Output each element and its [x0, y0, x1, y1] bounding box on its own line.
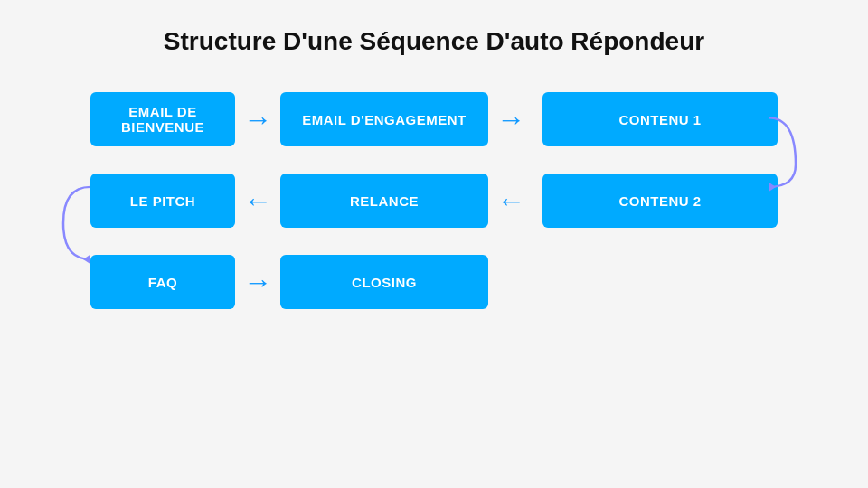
email-engagement-box: EMAIL D'ENGAGEMENT [280, 92, 488, 146]
row-3: FAQ CLOSING [90, 255, 823, 309]
arrow-2 [488, 105, 533, 134]
arrow-1 [235, 105, 280, 134]
row-2: LE PITCH RELANCE CONTENU 2 [90, 174, 823, 228]
relance-box: RELANCE [280, 174, 488, 228]
email-bienvenue-box: EMAIL DE BIENVENUE [90, 92, 235, 146]
le-pitch-box: LE PITCH [90, 174, 235, 228]
row-1: EMAIL DE BIENVENUE EMAIL D'ENGAGEMENT CO… [90, 92, 823, 146]
flow-diagram: EMAIL DE BIENVENUE EMAIL D'ENGAGEMENT CO… [45, 92, 823, 309]
arrow-4 [488, 186, 533, 215]
faq-box: FAQ [90, 255, 235, 309]
page-title: Structure D'une Séquence D'auto Répondeu… [45, 27, 823, 56]
arrow-5 [235, 267, 280, 296]
svg-marker-1 [83, 255, 90, 265]
contenu2-box: CONTENU 2 [542, 174, 778, 228]
closing-box: CLOSING [280, 255, 488, 309]
main-container: Structure D'une Séquence D'auto Répondeu… [0, 0, 868, 488]
contenu1-box: CONTENU 1 [542, 92, 778, 146]
arrow-3 [235, 186, 280, 215]
